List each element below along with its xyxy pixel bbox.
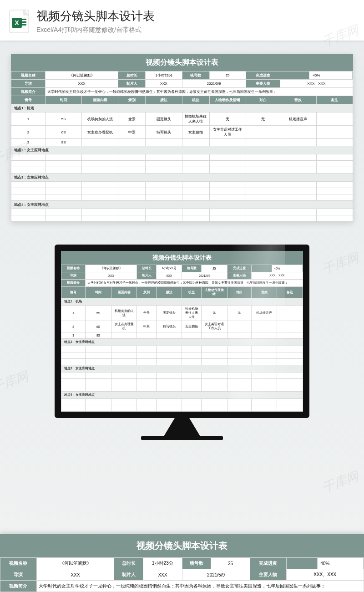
cell: [118, 215, 146, 222]
col-header: 景别: [137, 287, 156, 298]
cell: 机场播音声: [251, 306, 277, 321]
cell: [182, 385, 201, 392]
meta-table: 视频名称 《何以笙箫默》 总时长 1小时23分 镜号数 25 完成进度 40% …: [11, 71, 353, 222]
cell: 8S: [86, 332, 111, 339]
cell: [182, 405, 201, 412]
cell: [251, 321, 277, 332]
cell: [182, 373, 201, 379]
cell: [316, 194, 353, 201]
cell: [46, 161, 82, 167]
cell: [316, 167, 353, 174]
cell: [209, 188, 246, 194]
cell: [61, 373, 86, 379]
cell: [156, 385, 182, 392]
section-label: 地点2：女主应聘地点: [11, 146, 353, 154]
value-synopsis: 大学时代的女主对学校才子一见钟心，一段纯纯的校园情悄然而生；其中因为各种原因，导…: [36, 581, 364, 592]
cell: [61, 359, 86, 365]
cell: [280, 154, 316, 161]
cell: [86, 352, 111, 359]
cell: [86, 346, 111, 352]
cell: [201, 359, 227, 365]
cell: [46, 182, 82, 188]
cell: 2: [11, 126, 46, 139]
cell: [182, 154, 209, 161]
cell: [246, 215, 280, 222]
cell: [227, 405, 251, 412]
cell: [11, 154, 46, 161]
svg-rect-4: [22, 21, 26, 23]
label-shot-count: 镜号数: [182, 265, 201, 272]
cell: [146, 154, 182, 161]
cell: [118, 167, 146, 174]
cell: [316, 209, 353, 215]
cell: [246, 182, 280, 188]
cell: 全景: [137, 306, 156, 321]
col-header: 画面内容: [82, 96, 118, 104]
cell: [11, 167, 46, 174]
cell: [82, 194, 118, 201]
cell: [156, 346, 182, 352]
section-label: 地点1：机场: [61, 298, 303, 306]
cell: 5S: [86, 306, 111, 321]
cell: [251, 346, 277, 352]
cell: 拍摄机场来往人来人往: [182, 306, 201, 321]
cell: [316, 154, 353, 161]
cell: [246, 188, 280, 194]
cell: [86, 405, 111, 412]
cell: [246, 209, 280, 215]
cell: [111, 352, 137, 359]
label-director: 导演: [0, 569, 37, 581]
svg-text:X: X: [15, 19, 19, 26]
cell: [82, 182, 118, 188]
label-progress: 完成进度: [246, 71, 280, 80]
cell: [182, 182, 209, 188]
value-date: 2021/5/9: [182, 80, 246, 88]
cell: 女主侧拍: [182, 321, 201, 332]
cell: [227, 359, 251, 365]
cell: [209, 167, 246, 174]
label-director: 导演: [61, 272, 86, 280]
cell: [316, 188, 353, 194]
cell: [118, 139, 146, 146]
cell: [209, 209, 246, 215]
label-main-char: 主要人物: [227, 272, 251, 280]
cell: [137, 352, 156, 359]
cell: [11, 182, 46, 188]
cell: [156, 359, 182, 365]
cell: [156, 405, 182, 412]
label-video-name: 视频名称: [11, 71, 46, 80]
cell: [201, 332, 227, 339]
cell: [61, 352, 86, 359]
cell: [156, 373, 182, 379]
label-synopsis: 视频简介: [11, 88, 46, 96]
cell: [82, 167, 118, 174]
cell: [86, 373, 111, 379]
cell: [316, 126, 353, 139]
cell: [82, 215, 118, 222]
cell: 女主侧拍: [182, 126, 209, 139]
value-producer: XXX: [146, 80, 182, 88]
cell: [251, 379, 277, 385]
label-duration: 总时长: [137, 265, 156, 272]
cell: 3: [11, 139, 46, 146]
cell: [46, 194, 82, 201]
cell: 女主英语对话工作人员: [201, 321, 227, 332]
label-producer: 制片人: [118, 80, 146, 88]
meta-table-bottom: 视频名称 《何以笙箫默》 总时长 1小时23分 镜号数 25 完成进度 40% …: [0, 557, 364, 592]
cell: [82, 161, 118, 167]
cell: 机场匆匆的人流: [111, 306, 137, 321]
cell: [280, 209, 316, 215]
cell: [246, 161, 280, 167]
cell: [246, 126, 280, 139]
cell: [227, 379, 251, 385]
cell: [182, 379, 201, 385]
section-label: 地点4：女主应聘地点: [61, 392, 303, 399]
value-video-name: 《何以笙箫默》: [86, 265, 137, 272]
value-shot-count: 25: [209, 71, 246, 80]
section-label: 地点3：女主应聘地点: [11, 174, 353, 182]
cell: [227, 352, 251, 359]
col-header: 对白: [246, 96, 280, 104]
cell: [182, 167, 209, 174]
excel-file-icon: X: [9, 10, 29, 33]
cell: [61, 346, 86, 352]
